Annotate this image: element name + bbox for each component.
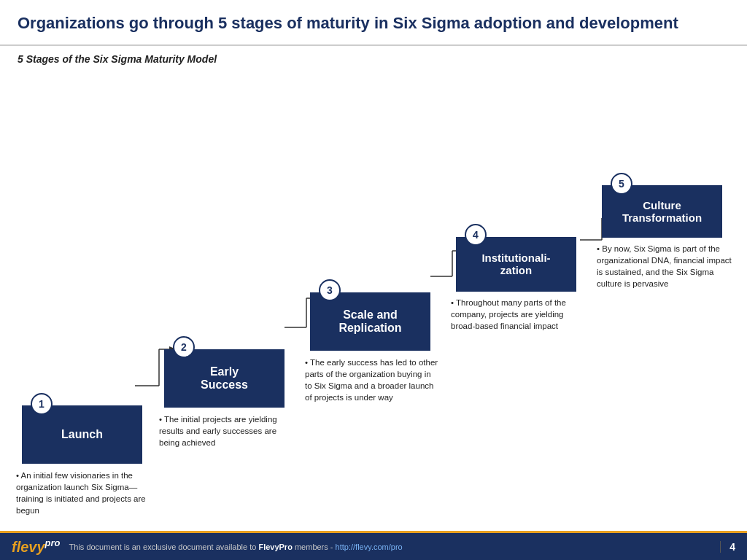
page-title: Organizations go through 5 stages of mat… (18, 13, 729, 34)
stage-5-bullet: By now, Six Sigma is part of the organiz… (597, 243, 732, 289)
logo-pro: pro (45, 537, 61, 548)
stage-3-box: Scale and Replication (310, 292, 430, 351)
stage-1-bullet: An initial few visionaries in the organi… (16, 470, 155, 516)
footer-page: 4 (720, 541, 735, 553)
stage-4-bullet: Throughout many parts of the company, pr… (451, 297, 586, 332)
stage-5-circle: 5 (611, 173, 632, 195)
footer-link[interactable]: http://flevy.com/pro (336, 542, 403, 551)
stage-3-circle: 3 (319, 279, 341, 301)
diagram-area: 1 Launch An initial few visionaries in t… (0, 65, 747, 495)
footer-bold: FlevyPro (258, 542, 292, 551)
stage-2-bullet: The initial projects are yielding result… (159, 413, 294, 448)
header: Organizations go through 5 stages of mat… (0, 0, 747, 46)
stage-1-circle: 1 (31, 393, 53, 415)
subtitle: 5 Stages of the Six Sigma Maturity Model (0, 46, 747, 65)
footer-logo: flevypro (12, 537, 61, 556)
footer: flevypro This document is an exclusive d… (0, 531, 747, 560)
stage-2-circle: 2 (173, 336, 195, 358)
stage-4-circle: 4 (465, 224, 487, 246)
stage-2-box: Early Success (164, 349, 285, 408)
logo-flevy: flevy (12, 539, 45, 555)
footer-text: This document is an exclusive document a… (69, 542, 721, 551)
stage-3-bullet: The early success has led to other parts… (305, 357, 440, 403)
